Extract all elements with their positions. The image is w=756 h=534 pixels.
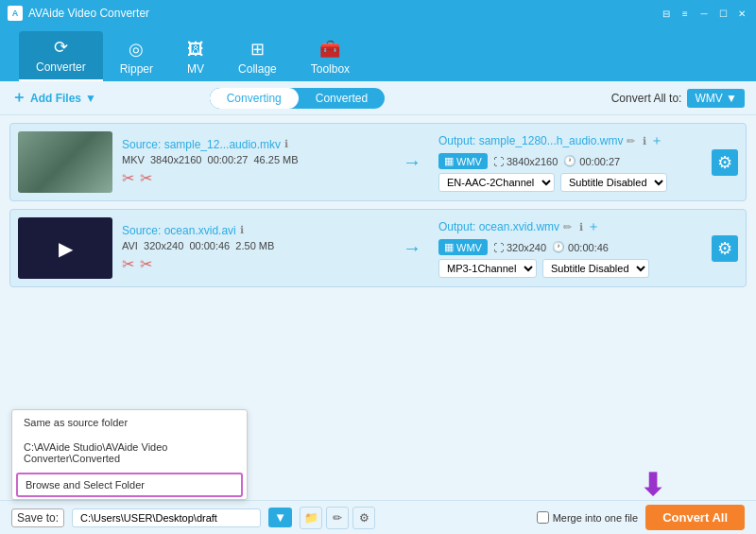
toolbox-icon: 🧰 — [319, 39, 340, 60]
nav-ripper[interactable]: ◎ Ripper — [103, 33, 170, 81]
output-format-row-2: ▦ WMV ⛶ 320x240 🕐 00:00:46 — [438, 239, 702, 255]
convert-arrow-annotation: ⬇ — [640, 470, 665, 500]
arrow-icon-1: → — [403, 151, 421, 173]
plus-icon: ＋ — [11, 88, 26, 108]
title-bar: A AVAide Video Converter ⊟ ≡ ─ ☐ ✕ — [0, 0, 756, 26]
output-name-1: Output: sample_1280...h_audio.wmv ✏ ℹ ＋ — [438, 132, 702, 149]
action-icon-btns: 📁 ✏ ⚙ — [300, 507, 375, 529]
clock-icon-1: 🕐 — [563, 155, 576, 167]
nav-converter-label: Converter — [36, 60, 86, 74]
save-path-input[interactable] — [72, 508, 261, 527]
edit-output-icon-1[interactable]: ✏ — [627, 135, 635, 147]
convert-all-label: Convert All — [662, 510, 728, 525]
collage-icon: ⊞ — [250, 39, 265, 60]
output-add-icon-2[interactable]: ＋ — [587, 218, 600, 235]
format-dropdown-icon: ▼ — [726, 92, 737, 105]
output-dur-badge-2: 🕐 00:00:46 — [552, 241, 609, 253]
convert-all-button[interactable]: Convert All — [645, 505, 745, 530]
output-format-badge-1: ▦ WMV — [438, 153, 488, 169]
audio-select-1[interactable]: EN-AAC-2Channel — [438, 173, 555, 192]
output-add-icon-1[interactable]: ＋ — [650, 132, 663, 149]
menu-icon[interactable]: ≡ — [679, 7, 692, 20]
arrow-icon-2: → — [403, 237, 421, 259]
dropdown-converted-folder[interactable]: C:\AVAide Studio\AVAide Video Converter\… — [12, 435, 247, 471]
path-dropdown-button[interactable]: ▼ — [268, 508, 292, 527]
chat-icon[interactable]: ⊟ — [660, 7, 673, 20]
nav-converter[interactable]: ⟳ Converter — [19, 31, 103, 81]
audio-select-2[interactable]: MP3-1Channel — [438, 259, 537, 278]
nav-collage[interactable]: ⊞ Collage — [221, 33, 294, 81]
output-settings-row-2: MP3-1Channel Subtitle Disabled — [438, 259, 702, 278]
subtitle-select-1[interactable]: Subtitle Disabled — [560, 173, 667, 192]
source-info-icon-1[interactable]: ℹ — [284, 138, 288, 150]
edit-output-icon-2[interactable]: ✏ — [563, 221, 572, 233]
nav-mv[interactable]: 🖼 MV — [170, 34, 221, 81]
merge-label: Merge into one file — [553, 512, 639, 524]
merge-checkbox[interactable] — [537, 511, 549, 524]
path-dropdown-menu: Same as source folder C:\AVAide Studio\A… — [11, 409, 248, 500]
settings-path-btn[interactable]: ⚙ — [352, 507, 375, 529]
toolbar: ＋ Add Files ▼ Converting Converted Conve… — [0, 81, 756, 115]
cut-start-btn-1[interactable]: ✂ — [122, 169, 134, 187]
file-actions-1: ✂ ✂ — [122, 169, 386, 187]
nav-toolbox[interactable]: 🧰 Toolbox — [294, 33, 367, 81]
file-item-1: Source: sample_12...audio.mkv ℹ MKV 3840… — [9, 123, 747, 201]
output-format-badge-2: ▦ WMV — [438, 239, 488, 255]
convert-all-to-section: Convert All to: WMV ▼ — [611, 89, 745, 108]
settings-btn-2[interactable]: ⚙ — [712, 235, 738, 262]
nav-mv-label: MV — [187, 62, 204, 76]
scissors-btn-1[interactable]: ✂ — [140, 169, 152, 187]
output-format-row-1: ▦ WMV ⛶ 3840x2160 🕐 00:00:27 — [438, 153, 702, 169]
file-meta-2: AVI 320x240 00:00:46 2.50 MB — [122, 240, 386, 251]
subtitle-select-2[interactable]: Subtitle Disabled — [542, 259, 649, 278]
cut-start-btn-2[interactable]: ✂ — [122, 255, 134, 273]
dropdown-browse[interactable]: Browse and Select Folder — [16, 473, 243, 497]
minimize-btn[interactable]: ─ — [697, 7, 711, 20]
output-name-2: Output: ocean.xvid.wmv ✏ ℹ ＋ — [438, 218, 702, 235]
edit-path-btn[interactable]: ✏ — [326, 507, 349, 529]
format-icon-2: ▦ — [444, 241, 454, 253]
nav-toolbox-label: Toolbox — [311, 62, 350, 76]
file-info-2: Source: ocean.xvid.avi ℹ AVI 320x240 00:… — [122, 224, 386, 273]
output-settings-row-1: EN-AAC-2Channel Subtitle Disabled — [438, 173, 702, 192]
converter-icon: ⟳ — [54, 37, 68, 58]
folder-icon-btn[interactable]: 📁 — [300, 507, 322, 529]
output-info-icon-1[interactable]: ℹ — [643, 135, 646, 147]
ripper-icon: ◎ — [129, 39, 144, 60]
close-btn[interactable]: ✕ — [735, 7, 748, 20]
clock-icon-2: 🕐 — [552, 241, 565, 253]
thumbnail-1 — [18, 131, 112, 193]
nav-bar: ⟳ Converter ◎ Ripper 🖼 MV ⊞ Collage 🧰 To… — [0, 26, 756, 81]
res-icon-1: ⛶ — [493, 156, 504, 167]
bottom-bar: Same as source folder C:\AVAide Studio\A… — [0, 500, 756, 534]
source-info-icon-2[interactable]: ℹ — [240, 224, 244, 236]
app-logo: A — [8, 6, 23, 21]
output-dur-badge-1: 🕐 00:00:27 — [563, 155, 620, 167]
res-icon-2: ⛶ — [493, 242, 504, 253]
add-files-button[interactable]: ＋ Add Files ▼ — [11, 88, 96, 108]
tab-converting[interactable]: Converting — [210, 88, 299, 109]
maximize-btn[interactable]: ☐ — [716, 7, 730, 20]
scissors-btn-2[interactable]: ✂ — [140, 255, 152, 273]
output-res-badge-2: ⛶ 320x240 — [493, 242, 546, 253]
file-actions-2: ✂ ✂ — [122, 255, 386, 273]
output-info-icon-2[interactable]: ℹ — [579, 221, 583, 233]
source-label-2: Source: ocean.xvid.avi ℹ — [122, 224, 386, 237]
tab-group: Converting Converted — [210, 88, 385, 109]
thumbnail-2: ▶ — [18, 217, 112, 279]
nav-collage-label: Collage — [238, 62, 277, 76]
merge-checkbox-label[interactable]: Merge into one file — [537, 511, 639, 524]
file-item-2: ▶ Source: ocean.xvid.avi ℹ AVI 320x240 0… — [9, 209, 747, 287]
settings-btn-1[interactable]: ⚙ — [712, 149, 738, 176]
save-to-label: Save to: — [11, 508, 64, 527]
output-res-badge-1: ⛶ 3840x2160 — [493, 156, 558, 167]
app-title: AVAide Video Converter — [28, 7, 660, 20]
file-meta-1: MKV 3840x2160 00:00:27 46.25 MB — [122, 154, 386, 165]
convert-all-format-value: WMV — [695, 92, 722, 105]
format-icon-1: ▦ — [444, 155, 454, 167]
tab-converted[interactable]: Converted — [299, 88, 385, 109]
file-info-1: Source: sample_12...audio.mkv ℹ MKV 3840… — [122, 138, 386, 187]
nav-ripper-label: Ripper — [120, 62, 153, 76]
dropdown-same-source[interactable]: Same as source folder — [12, 410, 247, 435]
convert-all-format-select[interactable]: WMV ▼ — [687, 89, 745, 108]
